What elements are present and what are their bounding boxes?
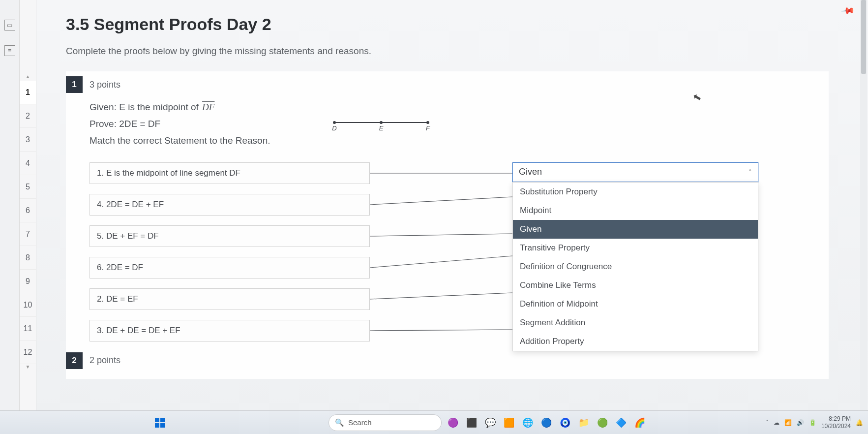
option-substitution-property[interactable]: Substitution Property: [513, 183, 758, 201]
tray-battery-icon[interactable]: 🔋: [809, 419, 816, 426]
taskbar-app-3[interactable]: 🟧: [502, 415, 516, 430]
taskbar-search[interactable]: 🔍 Search: [329, 414, 442, 431]
svg-rect-13: [155, 418, 159, 422]
svg-text:E: E: [379, 124, 383, 131]
tray-cloud-icon[interactable]: ☁: [774, 419, 779, 426]
prove-line: Prove: 2DE = DF: [90, 116, 270, 132]
connector-lines: [370, 162, 512, 341]
system-tray[interactable]: ˄ ☁ 📶 🔊 🔋 8:29 PM 10/20/2024 🔔: [766, 415, 863, 430]
nav-q1[interactable]: 1: [20, 81, 36, 104]
page-icon[interactable]: ▭: [4, 20, 15, 31]
nav-q4[interactable]: 4: [20, 152, 36, 175]
tray-chevron-icon[interactable]: ˄: [766, 419, 769, 426]
nav-q3[interactable]: 3: [20, 128, 36, 152]
question-header: 1 3 points: [66, 76, 829, 93]
question-2-points: 2 points: [90, 355, 120, 366]
nav-q7[interactable]: 7: [20, 222, 36, 246]
taskbar-app-explorer[interactable]: 📁: [576, 415, 591, 430]
taskbar-app-10[interactable]: 🌈: [632, 415, 647, 430]
start-button[interactable]: [152, 415, 167, 430]
option-given[interactable]: Given: [513, 220, 758, 239]
given-line: Given: E is the midpoint of DF: [90, 99, 270, 116]
tray-volume-icon[interactable]: 🔊: [797, 419, 804, 426]
question-number-badge: 1: [66, 76, 83, 93]
outline-icon[interactable]: ≡: [4, 45, 15, 56]
page-title: 3.5 Segment Proofs Day 2: [66, 15, 829, 34]
svg-point-2: [380, 121, 383, 124]
search-icon: 🔍: [335, 418, 344, 427]
tool-rail: ▭ ≡: [0, 0, 20, 434]
svg-line-9: [370, 234, 512, 236]
question-points: 3 points: [90, 80, 120, 90]
statement-6[interactable]: 6. 2DE = DF: [90, 257, 370, 279]
pin-icon[interactable]: 📌: [840, 3, 856, 18]
nav-q2[interactable]: 2: [20, 104, 36, 128]
chevron-up-icon: ˄: [748, 168, 752, 176]
windows-taskbar: 🔍 Search 🟣 ⬛ 💬 🟧 🌐 🔵 🧿 📁 🟢 🔷 🌈 ˄ ☁ 📶 🔊 🔋…: [0, 410, 868, 434]
taskbar-app-copilot[interactable]: 🟣: [446, 415, 460, 430]
instructions-text: Complete the proofs below by giving the …: [66, 46, 829, 57]
taskbar-app-chrome[interactable]: 🌐: [520, 415, 535, 430]
svg-point-3: [426, 121, 429, 124]
taskbar-clock[interactable]: 8:29 PM 10/20/2024: [821, 415, 851, 430]
svg-line-12: [370, 330, 512, 331]
nav-q5[interactable]: 5: [20, 175, 36, 199]
svg-text:D: D: [332, 124, 336, 131]
svg-rect-16: [160, 423, 165, 428]
nav-up-icon[interactable]: ▲: [20, 74, 36, 81]
nav-down-icon[interactable]: ▼: [20, 364, 36, 371]
option-definition-of-congruence[interactable]: Definition of Congruence: [513, 257, 758, 276]
svg-line-11: [370, 293, 512, 299]
svg-rect-14: [160, 418, 165, 422]
combo-value: Given: [519, 167, 542, 177]
statement-2[interactable]: 2. DE = EF: [90, 288, 370, 310]
nav-q9[interactable]: 9: [20, 270, 36, 293]
matching-zone: 1. E is the midpoint of line segment DF …: [90, 162, 829, 341]
taskbar-app-store[interactable]: 🧿: [558, 415, 572, 430]
scrollbar-track[interactable]: [860, 0, 867, 410]
option-transitive-property[interactable]: Transitive Property: [513, 239, 758, 257]
main-content: ⬉ 3.5 Segment Proofs Day 2 Complete the …: [36, 0, 868, 434]
match-instruction: Match the correct Statement to the Reaso…: [90, 132, 270, 149]
svg-point-1: [333, 121, 336, 124]
taskbar-app-teams[interactable]: 💬: [483, 415, 498, 430]
option-definition-of-midpoint[interactable]: Definition of Midpoint: [513, 295, 758, 313]
nav-q6[interactable]: 6: [20, 199, 36, 222]
taskbar-app-spotify[interactable]: 🟢: [595, 415, 610, 430]
svg-rect-15: [155, 423, 159, 428]
reason-dropdown[interactable]: Substitution Property Midpoint Given Tra…: [512, 182, 758, 351]
question-1-card: 📌 1 3 points Given: E is the midpoint of…: [66, 71, 829, 379]
tray-notifications-icon[interactable]: 🔔: [856, 419, 863, 426]
nav-q8[interactable]: 8: [20, 246, 36, 270]
svg-line-8: [370, 197, 512, 205]
nav-q12[interactable]: 12: [20, 341, 36, 364]
search-placeholder: Search: [348, 418, 372, 427]
option-addition-property[interactable]: Addition Property: [513, 332, 758, 351]
question-2-header: 2 2 points: [66, 352, 829, 369]
tray-wifi-icon[interactable]: 📶: [784, 419, 792, 426]
taskbar-app-edge[interactable]: 🔵: [539, 415, 554, 430]
scrollbar-thumb[interactable]: [861, 0, 866, 74]
svg-text:F: F: [426, 124, 430, 131]
statement-5[interactable]: 5. DE + EF = DF: [90, 225, 370, 247]
option-segment-addition[interactable]: Segment Addition: [513, 313, 758, 332]
question-body: Given: E is the midpoint of DF Prove: 2D…: [66, 99, 829, 369]
statement-3[interactable]: 3. DE + DE = DE + EF: [90, 320, 370, 341]
statement-4[interactable]: 4. 2DE = DE + EF: [90, 194, 370, 216]
nav-q11[interactable]: 11: [20, 317, 36, 341]
segment-diagram: D E F: [329, 117, 433, 133]
question-nav: ▲ 1 2 3 4 5 6 7 8 9 10 11 12 ▼: [20, 0, 36, 434]
option-midpoint[interactable]: Midpoint: [513, 201, 758, 220]
taskbar-app-9[interactable]: 🔷: [614, 415, 629, 430]
option-combine-like-terms[interactable]: Combine Like Terms: [513, 276, 758, 295]
question-2-number-badge: 2: [66, 352, 83, 369]
svg-line-10: [370, 256, 512, 268]
statements-column: 1. E is the midpoint of line segment DF …: [90, 162, 370, 341]
reason-combobox[interactable]: Given ˄: [512, 162, 758, 182]
reasons-column: Given ˄ Substitution Property Midpoint G…: [512, 162, 829, 341]
statement-1[interactable]: 1. E is the midpoint of line segment DF: [90, 162, 370, 184]
nav-q10[interactable]: 10: [20, 293, 36, 317]
app-root: ▭ ≡ ▲ 1 2 3 4 5 6 7 8 9 10 11 12 ▼ ⬉ 3.5…: [0, 0, 868, 434]
taskbar-app-1[interactable]: ⬛: [464, 415, 479, 430]
